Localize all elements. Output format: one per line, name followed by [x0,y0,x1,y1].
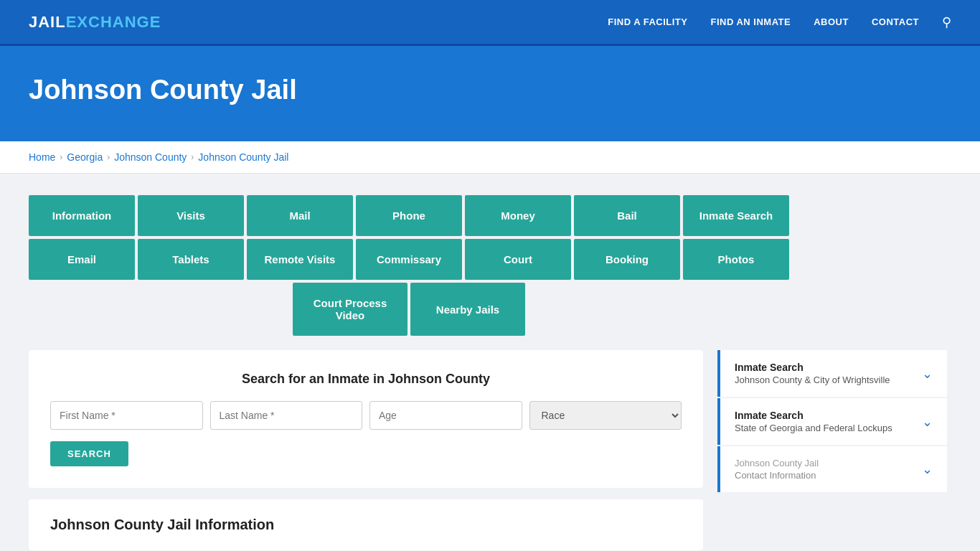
sidebar-card-content-2: Inmate Search State of Georgia and Feder… [735,410,892,433]
hero-section: Johnson County Jail [0,46,980,141]
search-title: Search for an Inmate in Johnson County [50,372,682,387]
email-btn[interactable]: Email [29,239,135,280]
commissary-btn[interactable]: Commissary [356,239,462,280]
inmate-search-btn[interactable]: Inmate Search [683,195,789,236]
two-col-layout: Search for an Inmate in Johnson County R… [29,350,947,550]
logo-jail: JAIL [29,13,66,32]
logo[interactable]: JAIL EXCHANGE [29,13,161,32]
navbar: JAIL EXCHANGE FIND A FACILITY FIND AN IN… [0,0,980,46]
sidebar-card-sub-1: Johnson County & City of Wrightsville [735,375,890,385]
visits-btn[interactable]: Visits [138,195,244,236]
court-btn[interactable]: Court [465,239,571,280]
grid-row-1: Information Visits Mail Phone Money Bail… [29,195,789,236]
info-title: Johnson County Jail Information [50,517,682,533]
information-btn[interactable]: Information [29,195,135,236]
find-facility-link[interactable]: FIND A FACILITY [608,17,687,27]
last-name-input[interactable] [210,401,363,430]
phone-btn[interactable]: Phone [356,195,462,236]
about-link[interactable]: ABOUT [814,17,849,27]
sidebar-card-inner-1: Inmate Search Johnson County & City of W… [720,350,947,397]
left-column: Search for an Inmate in Johnson County R… [29,350,703,550]
age-input[interactable] [369,401,522,430]
sidebar-inmate-search-state[interactable]: Inmate Search State of Georgia and Feder… [717,398,947,445]
breadcrumb-sep-1: › [60,152,62,162]
chevron-down-icon-1: ⌄ [922,366,933,382]
tablets-btn[interactable]: Tablets [138,239,244,280]
nearby-jails-btn[interactable]: Nearby Jails [410,283,525,336]
sidebar-card-sub-3: Contact Information [735,470,819,481]
find-inmate-link[interactable]: FIND AN INMATE [710,17,791,27]
sidebar-card-inner-3: Johnson County Jail Contact Information … [720,446,947,492]
grid-row-3: Court Process Video Nearby Jails [29,283,789,336]
sidebar-card-content-3: Johnson County Jail Contact Information [735,458,819,481]
search-panel: Search for an Inmate in Johnson County R… [29,350,703,488]
grid-row-2: Email Tablets Remote Visits Commissary C… [29,239,789,280]
info-section: Johnson County Jail Information [29,499,703,550]
navbar-links: FIND A FACILITY FIND AN INMATE ABOUT CON… [608,14,951,30]
breadcrumb: Home › Georgia › Johnson County › Johnso… [29,151,951,163]
search-form: Race White Black Hispanic Asian Other [50,401,682,430]
sidebar-contact-info[interactable]: Johnson County Jail Contact Information … [717,446,947,492]
sidebar-card-sub-2: State of Georgia and Federal Lockups [735,423,892,433]
photos-btn[interactable]: Photos [683,239,789,280]
breadcrumb-sep-2: › [107,152,110,162]
remote-visits-btn[interactable]: Remote Visits [247,239,353,280]
sidebar-inmate-search-local[interactable]: Inmate Search Johnson County & City of W… [717,350,947,397]
breadcrumb-georgia[interactable]: Georgia [67,151,103,163]
breadcrumb-home[interactable]: Home [29,151,55,163]
court-process-video-btn[interactable]: Court Process Video [293,283,407,336]
bail-btn[interactable]: Bail [574,195,680,236]
search-button[interactable]: SEARCH [50,441,128,466]
breadcrumb-johnson-county[interactable]: Johnson County [114,151,187,163]
chevron-down-icon-2: ⌄ [922,414,933,430]
sidebar-card-inner-2: Inmate Search State of Georgia and Feder… [720,398,947,445]
sidebar: Inmate Search Johnson County & City of W… [717,350,947,550]
breadcrumb-current: Johnson County Jail [198,151,288,163]
sidebar-card-title-3: Johnson County Jail [735,458,819,468]
sidebar-card-title-1: Inmate Search [735,362,890,373]
sidebar-card-title-2: Inmate Search [735,410,892,421]
mail-btn[interactable]: Mail [247,195,353,236]
booking-btn[interactable]: Booking [574,239,680,280]
page-title: Johnson County Jail [29,75,951,105]
contact-link[interactable]: CONTACT [872,17,919,27]
race-select[interactable]: Race White Black Hispanic Asian Other [529,401,682,430]
breadcrumb-sep-3: › [191,152,194,162]
logo-exchange: EXCHANGE [66,13,161,32]
chevron-down-icon-3: ⌄ [922,461,933,477]
sidebar-card-content-1: Inmate Search Johnson County & City of W… [735,362,890,385]
money-btn[interactable]: Money [465,195,571,236]
first-name-input[interactable] [50,401,203,430]
main-content: Information Visits Mail Phone Money Bail… [0,174,980,551]
breadcrumb-bar: Home › Georgia › Johnson County › Johnso… [0,141,980,174]
search-icon[interactable]: ⚲ [942,14,951,30]
